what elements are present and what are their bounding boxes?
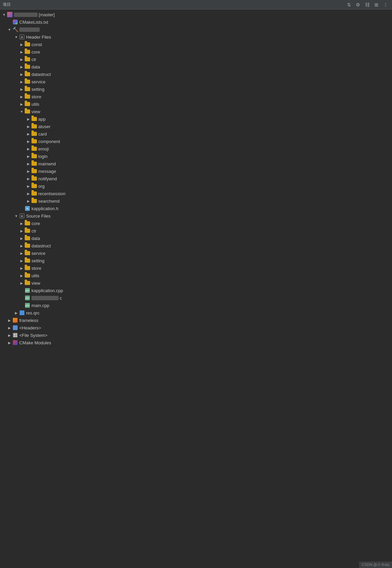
sf-view-chevron[interactable] [19, 281, 24, 285]
filter-icon[interactable]: ⚙ [354, 1, 362, 8]
link-icon[interactable]: ⛓ [364, 1, 371, 8]
hf-data-label: data [31, 64, 40, 69]
hf-const-chevron[interactable] [19, 43, 24, 46]
hf-ctr-chevron[interactable] [19, 58, 24, 61]
hf-view-message-chevron[interactable] [26, 169, 31, 173]
sort-icon[interactable]: ⇅ [346, 1, 352, 8]
frameless-chevron[interactable] [7, 319, 12, 322]
hf-view-atuser-chevron[interactable] [26, 125, 31, 128]
hf-store[interactable]: store [0, 93, 392, 100]
sf-service-folder [24, 250, 30, 256]
source-files-group[interactable]: ▣ Source Files [0, 212, 392, 220]
hf-view-app[interactable]: app [0, 115, 392, 123]
hf-view-app-chevron[interactable] [26, 117, 31, 121]
build-chevron[interactable] [7, 28, 12, 32]
hf-view-mainwnd-folder [31, 161, 37, 166]
root-chevron[interactable] [1, 13, 7, 17]
sf-service-chevron[interactable] [19, 251, 24, 255]
hf-view-atuser[interactable]: atuser [0, 123, 392, 130]
sf-store[interactable]: store [0, 264, 392, 272]
sf-service[interactable]: service [0, 249, 392, 257]
hf-const[interactable]: const [0, 41, 392, 48]
project-root[interactable]: [master] [0, 11, 392, 18]
hf-view-searchwnd-chevron[interactable] [26, 199, 31, 203]
hf-view-emoji[interactable]: emoji [0, 145, 392, 153]
header-files-group[interactable]: ▣ Header Files [0, 33, 392, 41]
headers-item[interactable]: <Headers> [0, 324, 392, 331]
expand-icon[interactable]: ⊞ [373, 1, 380, 8]
filesystem-chevron[interactable] [7, 333, 12, 337]
filesystem-item[interactable]: <File System> [0, 331, 392, 339]
sf-data-chevron[interactable] [19, 237, 24, 240]
sf-ctr[interactable]: ctr [0, 227, 392, 235]
hf-view-org-chevron[interactable] [26, 184, 31, 188]
hf-utils[interactable]: utils [0, 100, 392, 108]
hf-view-chevron[interactable] [19, 110, 24, 114]
sf-store-chevron[interactable] [19, 266, 24, 270]
headers-chevron[interactable] [7, 326, 12, 330]
sf-core-chevron[interactable] [19, 222, 24, 225]
hf-service-chevron[interactable] [19, 80, 24, 84]
sf-view-folder [24, 280, 30, 286]
hf-view-org[interactable]: org [0, 182, 392, 190]
hf-view-notifywnd-chevron[interactable] [26, 177, 31, 181]
sf-core[interactable]: core [0, 220, 392, 227]
sf-view[interactable]: view [0, 279, 392, 287]
hf-view-login-chevron[interactable] [26, 155, 31, 158]
sf-ctr-label: ctr [31, 228, 36, 234]
sf-ctr-chevron[interactable] [19, 229, 24, 233]
res-qrc-icon [19, 310, 25, 316]
hf-view-component-chevron[interactable] [26, 140, 31, 143]
res-qrc-chevron[interactable] [14, 311, 19, 315]
cmake-lists-file[interactable]: CMakeLists.txt [0, 18, 392, 26]
hf-setting-chevron[interactable] [19, 87, 24, 91]
kapplication-cpp-file[interactable]: c++ kapplication.cpp [0, 287, 392, 294]
hf-datastruct[interactable]: datastruct [0, 70, 392, 78]
hf-ctr[interactable]: ctr [0, 56, 392, 63]
hf-view-label: view [31, 109, 40, 114]
hf-view-card[interactable]: card [0, 130, 392, 138]
hf-view-recentsession[interactable]: recentsession [0, 190, 392, 197]
cmake-modules-item[interactable]: CMake Modules [0, 339, 392, 346]
hf-datastruct-chevron[interactable] [19, 73, 24, 76]
hf-core[interactable]: core [0, 48, 392, 56]
cmake-modules-chevron[interactable] [7, 341, 12, 345]
filesystem-icon [12, 332, 18, 338]
hf-view-recentsession-chevron[interactable] [26, 192, 31, 196]
sf-datastruct-chevron[interactable] [19, 244, 24, 248]
hf-store-chevron[interactable] [19, 95, 24, 99]
hf-view-notifywnd[interactable]: notifywnd [0, 175, 392, 182]
main-cpp-file[interactable]: c++ main.cpp [0, 302, 392, 309]
hf-utils-chevron[interactable] [19, 102, 24, 106]
hf-view-mainwnd[interactable]: mainwnd [0, 160, 392, 167]
build-group[interactable]: 🔨 [0, 26, 392, 33]
hf-view-card-chevron[interactable] [26, 132, 31, 136]
hf-view-component[interactable]: component [0, 138, 392, 145]
res-qrc-file[interactable]: res.qrc [0, 309, 392, 317]
source-files-chevron[interactable] [14, 214, 19, 218]
sf-utils[interactable]: utils [0, 272, 392, 279]
sf-datastruct[interactable]: datastruct [0, 242, 392, 249]
project-tree: [master] CMakeLists.txt 🔨 ▣ Header Files… [0, 9, 392, 348]
sf-setting[interactable]: setting [0, 257, 392, 264]
hf-data-chevron[interactable] [19, 65, 24, 69]
hf-setting[interactable]: setting [0, 85, 392, 93]
hf-view-mainwnd-chevron[interactable] [26, 162, 31, 166]
hf-core-chevron[interactable] [19, 50, 24, 54]
hf-view-searchwnd[interactable]: searchwnd [0, 197, 392, 205]
blurred-c-file[interactable]: c++ c [0, 294, 392, 302]
hf-service[interactable]: service [0, 78, 392, 85]
hf-view-login[interactable]: login [0, 153, 392, 160]
sf-data[interactable]: data [0, 235, 392, 242]
hf-view-emoji-chevron[interactable] [26, 147, 31, 151]
hf-utils-label: utils [31, 102, 39, 107]
more-icon[interactable]: ⋮ [382, 1, 389, 8]
sf-setting-chevron[interactable] [19, 259, 24, 263]
header-files-chevron[interactable] [14, 35, 19, 39]
frameless-item[interactable]: frameless [0, 317, 392, 324]
sf-utils-chevron[interactable] [19, 274, 24, 278]
hf-view-message[interactable]: message [0, 167, 392, 175]
kapplication-h-file[interactable]: h kapplication.h [0, 205, 392, 212]
hf-view[interactable]: view [0, 108, 392, 115]
hf-data[interactable]: data [0, 63, 392, 70]
